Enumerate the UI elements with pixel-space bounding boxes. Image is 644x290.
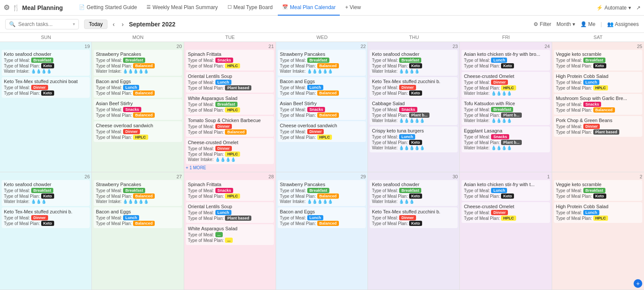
meal-card[interactable]: Asian Beef StirfryType of Meal:SnacksTyp…	[94, 99, 182, 120]
meal-card[interactable]: Cheese-crusted OmeletType of Meal:Dinner…	[462, 202, 550, 223]
tab-meal-plan-calendar[interactable]: 📅 Meal Plan Calendar	[278, 0, 340, 16]
meal-card[interactable]: Asian Beef StirfryType of Meal:SnacksTyp…	[278, 99, 366, 120]
view-selector[interactable]: Month ▾	[556, 21, 575, 27]
meal-card[interactable]: Mushroom Soup with Garlic Bre...Type of …	[554, 94, 642, 115]
tab-getting-started[interactable]: 📄 Getting Started Guide	[75, 0, 141, 16]
calendar-cell-27: 27Strawberry PancakesType of Meal:Breakf…	[92, 172, 184, 290]
meal-card[interactable]: Strawberry PancakesType of Meal:Breakfas…	[278, 50, 366, 76]
water-intake-field: Water Intake:💧💧💧💧💧	[96, 69, 179, 74]
assignees-filter[interactable]: 👥 Assignees	[607, 21, 639, 27]
meal-type-badge: Lunch	[491, 58, 507, 63]
prev-button[interactable]: ‹	[111, 20, 117, 29]
add-task-button[interactable]: +	[634, 279, 642, 288]
meal-plan-field: Type of Meal Plan:Balanced	[96, 63, 179, 68]
meal-title: Keto seafood chowder	[4, 182, 88, 187]
meal-card[interactable]: White Asparagus SaladType of Meal:...Typ…	[186, 224, 274, 245]
tab-weekly-summary[interactable]: ☰ Weekly Meal Plan Summary	[142, 0, 222, 16]
meal-card[interactable]: Oriental Lentils SoupType of Meal:LunchT…	[186, 72, 274, 93]
meal-card[interactable]: Bacon and EggsType of Meal:LunchType of …	[278, 207, 366, 228]
meal-plan-badge: Plant b...	[409, 113, 430, 118]
meal-type-badge: Snacks	[307, 107, 325, 112]
meal-type-badge: Snacks	[215, 188, 234, 193]
meal-card[interactable]: Tomato Soup & Chicken BarbecueType of Me…	[186, 116, 274, 137]
meal-plan-field: Type of Meal Plan:HPLC	[464, 85, 547, 90]
share-button[interactable]: ↗	[636, 5, 641, 11]
automate-button[interactable]: ⚡ Automate ▾	[596, 5, 631, 11]
meal-title: Bacon and Eggs	[96, 79, 179, 84]
meal-card[interactable]: Spinach FrittataType of Meal:SnacksType …	[186, 50, 274, 71]
meal-card[interactable]: White Asparagus SaladType of Meal:Breakf…	[186, 94, 274, 115]
meal-card[interactable]: Tofu Katsudon with RiceType of Meal:Brea…	[462, 99, 550, 125]
meal-type-field: Type of Meal:Lunch	[556, 210, 640, 215]
tab-add-view[interactable]: + View	[341, 0, 365, 16]
water-intake-field: Water Intake:💧💧💧💧	[4, 69, 88, 74]
dropdown-icon[interactable]: ▾	[73, 22, 75, 26]
meal-card[interactable]: Cabbage SaladType of Meal:SnacksType of …	[370, 99, 458, 125]
water-intake-field: Water Intake:💧💧💧	[372, 199, 455, 204]
meal-card[interactable]: Strawberry PancakesType of Meal:Breakfas…	[278, 180, 366, 206]
list-icon: ☰	[146, 4, 151, 10]
more-link[interactable]: + 1 MORE	[186, 165, 274, 170]
me-filter[interactable]: 👤 Me	[580, 21, 595, 27]
next-button[interactable]: ›	[120, 20, 126, 29]
calendar-cell-21: 21Spinach FrittataType of Meal:SnacksTyp…	[184, 42, 276, 172]
meal-card[interactable]: Keto Tex-Mex stuffed zucchini boatType o…	[2, 77, 90, 98]
filter-button[interactable]: ⚙ Filter	[533, 21, 551, 27]
meal-card[interactable]: Keto seafood chowderType of Meal:Breakfa…	[2, 180, 90, 206]
meal-card[interactable]: Veggie keto scrambleType of Meal:Breakfa…	[554, 50, 642, 71]
meal-type-field: Type of Meal:Breakfast	[464, 107, 547, 112]
meal-card[interactable]: Cheese overload sandwichType of Meal:Din…	[278, 121, 366, 142]
meal-title: Spinach Frittata	[188, 52, 272, 57]
meal-type-field: Type of Meal:Snacks	[280, 107, 364, 112]
meal-type-badge: Lunch	[583, 80, 599, 85]
day-name-tue: TUE	[184, 33, 276, 42]
meal-card[interactable]: Keto seafood chowderType of Meal:Breakfa…	[2, 50, 90, 76]
search-box[interactable]: 🔍 ▾	[5, 19, 79, 29]
calendar-cell-1: 1Asian keto chicken stir-fry with t...Ty…	[460, 172, 552, 290]
meal-plan-field: Type of Meal Plan:Keto	[464, 193, 547, 199]
meal-card[interactable]: Eggplant LasagnaType of Meal:SnacksType …	[462, 126, 550, 152]
meal-plan-field: Type of Meal Plan:HPLC	[188, 107, 272, 113]
meal-plan-field: Type of Meal Plan:HPLC	[556, 216, 640, 221]
meal-card[interactable]: Cheese-crusted OmeletType of Meal:Dinner…	[462, 72, 550, 98]
cell-date: 22	[278, 44, 366, 49]
meal-card[interactable]: Asian keto chicken stir-fry with t...Typ…	[462, 180, 550, 201]
meal-plan-badge: HPLC	[501, 85, 516, 90]
meal-card[interactable]: Pork Chop & Green BeansType of Meal:Dinn…	[554, 116, 642, 137]
meal-card[interactable]: Bacon and EggsType of Meal:LunchType of …	[278, 77, 366, 98]
meal-type-field: Type of Meal:Breakfast	[372, 58, 455, 63]
meal-type-badge: Dinner	[399, 215, 416, 220]
meal-type-field: Type of Meal:Dinner	[188, 146, 272, 151]
water-value: 💧💧💧	[31, 199, 46, 204]
meal-card[interactable]: Strawberry PancakesType of Meal:Breakfas…	[94, 180, 182, 206]
today-button[interactable]: Today	[84, 19, 107, 29]
tab-meal-type-board[interactable]: ☐ Meal Type Board	[223, 0, 277, 16]
meal-card[interactable]: Cheese overload sandwichType of Meal:Din…	[94, 121, 182, 142]
meal-title: High Protein Cobb Salad	[556, 204, 640, 209]
water-intake-field: Water Intake:💧💧💧💧	[464, 145, 547, 150]
water-value: 💧💧💧💧	[399, 69, 420, 74]
meal-plan-badge: Balanced	[317, 193, 339, 199]
search-input[interactable]	[18, 21, 70, 27]
meal-card[interactable]: Bacon and EggsType of Meal:LunchType of …	[94, 77, 182, 98]
meal-card[interactable]: High Protein Cobb SaladType of Meal:Lunc…	[554, 202, 642, 223]
meal-card[interactable]: Keto Tex-Mex stuffed zucchini b.Type of …	[370, 207, 458, 228]
meal-card[interactable]: Keto seafood chowderType of Meal:Breakfa…	[370, 180, 458, 206]
meal-card[interactable]: Keto Tex-Mex stuffed zucchini b.Type of …	[370, 77, 458, 98]
meal-card[interactable]: High Protein Cobb SaladType of Meal:Lunc…	[554, 72, 642, 93]
day-name-mon: MON	[92, 33, 184, 42]
meal-card[interactable]: Keto Tex-Mex stuffed zucchini b.Type of …	[2, 207, 90, 228]
meal-card[interactable]: Spinach FrittataType of Meal:SnacksType …	[186, 180, 274, 201]
meal-card[interactable]: Crispy keto tuna burgersType of Meal:Lun…	[370, 126, 458, 152]
meal-plan-badge: Balanced	[317, 90, 339, 96]
settings-icon[interactable]: ⚙	[3, 3, 10, 12]
meal-card[interactable]: Oriental Lentils SoupType of Meal:LunchT…	[186, 202, 274, 223]
meal-card[interactable]: Asian keto chicken stir-fry with bro...T…	[462, 50, 550, 71]
meal-card[interactable]: Keto seafood chowderType of Meal:Breakfa…	[370, 50, 458, 76]
calendar-cell-24: 24Asian keto chicken stir-fry with bro..…	[460, 42, 552, 172]
meal-card[interactable]: Veggie keto scrambleType of Meal:Breakfa…	[554, 180, 642, 201]
meal-card[interactable]: Cheese-crusted OmeletType of Meal:Dinner…	[186, 138, 274, 164]
toolbar-right: ⚙ Filter Month ▾ 👤 Me | 👥 Assignees	[533, 21, 639, 27]
meal-card[interactable]: Bacon and EggsType of Meal:LunchType of …	[94, 207, 182, 228]
meal-card[interactable]: Strawberry PancakesType of Meal:Breakfas…	[94, 50, 182, 76]
